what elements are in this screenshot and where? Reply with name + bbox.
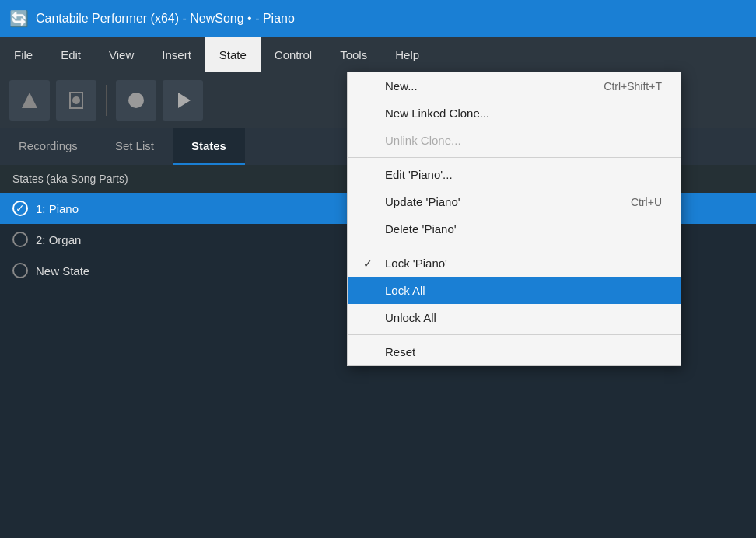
toolbar-btn-play[interactable] (163, 80, 203, 121)
dropdown-label-unlock-all: Unlock All (385, 311, 436, 324)
toolbar-btn-2[interactable] (56, 80, 96, 121)
dropdown-item-unlock-all[interactable]: Unlock All (348, 304, 681, 331)
toolbar-btn-1[interactable] (9, 80, 50, 121)
menu-item-help[interactable]: Help (381, 37, 433, 72)
dropdown-item-delete-piano[interactable]: Delete 'Piano' (348, 215, 681, 243)
dropdown-separator-after-delete-piano (348, 246, 681, 246)
menu-item-view[interactable]: View (95, 37, 148, 72)
shortcut-update-piano: Ctrl+U (631, 196, 662, 208)
state-radio-newstate (12, 263, 28, 278)
dropdown-item-reset[interactable]: Reset (348, 338, 681, 365)
dropdown-separator-after-unlock-all (348, 334, 681, 335)
tab-states[interactable]: States (173, 128, 245, 165)
tab-recordings[interactable]: Recordings (0, 128, 96, 165)
menu-item-control[interactable]: Control (261, 37, 326, 72)
state-label-newstate: New State (36, 264, 89, 278)
dropdown-item-lock-piano[interactable]: ✓Lock 'Piano' (348, 250, 681, 277)
menu-bar: FileEditViewInsertStateControlToolsHelp (0, 37, 756, 72)
dropdown-label-lock-all: Lock All (385, 284, 425, 297)
toolbar-separator-1 (106, 85, 107, 116)
app-icon: 🔄 (9, 9, 28, 28)
svg-marker-5 (178, 93, 191, 108)
menu-item-tools[interactable]: Tools (326, 37, 381, 72)
dropdown-separator-after-unlink-clone (348, 157, 681, 158)
svg-point-4 (128, 93, 144, 108)
dropdown-label-new: New... (385, 79, 418, 93)
menu-item-insert[interactable]: Insert (148, 37, 205, 72)
dropdown-label-edit-piano: Edit 'Piano'... (385, 168, 453, 181)
dropdown-label-delete-piano: Delete 'Piano' (385, 222, 457, 236)
dropdown-item-unlink-clone: Unlink Clone... (348, 127, 681, 154)
svg-point-3 (72, 96, 80, 104)
state-dropdown-menu: New...Ctrl+Shift+TNew Linked Clone...Unl… (347, 72, 681, 366)
svg-marker-0 (22, 93, 37, 108)
dropdown-item-edit-piano[interactable]: Edit 'Piano'... (348, 161, 681, 188)
checkmark-icon-lock-piano: ✓ (363, 257, 373, 270)
state-radio-piano: ✓ (12, 201, 28, 216)
menu-item-file[interactable]: File (0, 37, 47, 72)
dropdown-label-unlink-clone: Unlink Clone... (385, 134, 461, 147)
toolbar-btn-record[interactable] (116, 80, 156, 121)
dropdown-label-new-linked-clone: New Linked Clone... (385, 107, 489, 120)
title-bar: 🔄 Cantabile Performer (x64) - NewSong • … (0, 0, 756, 37)
tab-setlist[interactable]: Set List (96, 128, 173, 165)
dropdown-item-new[interactable]: New...Ctrl+Shift+T (348, 72, 681, 100)
state-label-piano: 1: Piano (36, 202, 79, 215)
title-bar-text: Cantabile Performer (x64) - NewSong • - … (36, 12, 295, 26)
dropdown-item-new-linked-clone[interactable]: New Linked Clone... (348, 100, 681, 127)
state-label-organ: 2: Organ (36, 233, 81, 246)
dropdown-label-reset: Reset (385, 345, 415, 358)
menu-item-state[interactable]: State (205, 37, 261, 72)
state-radio-organ (12, 232, 28, 247)
menu-item-edit[interactable]: Edit (47, 37, 95, 72)
shortcut-new: Ctrl+Shift+T (604, 80, 662, 93)
dropdown-label-update-piano: Update 'Piano' (385, 195, 460, 208)
dropdown-item-lock-all[interactable]: Lock All (348, 277, 681, 304)
dropdown-label-lock-piano: Lock 'Piano' (385, 257, 447, 270)
dropdown-item-update-piano[interactable]: Update 'Piano'Ctrl+U (348, 188, 681, 215)
